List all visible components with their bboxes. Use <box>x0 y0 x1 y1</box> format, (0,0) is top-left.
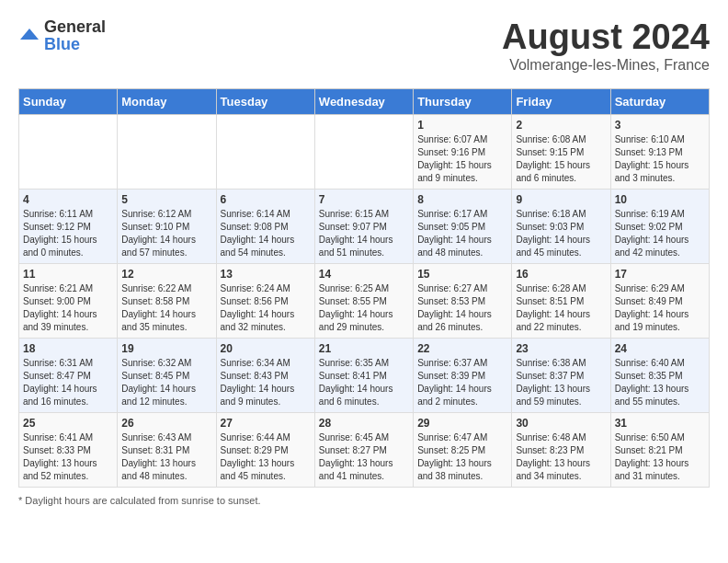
day-info: Sunrise: 6:32 AM <box>121 357 211 370</box>
day-info: Daylight: 14 hours and 32 minutes. <box>221 308 311 334</box>
day-info: Sunrise: 6:27 AM <box>417 282 507 295</box>
day-info: Sunrise: 6:43 AM <box>121 431 211 444</box>
col-monday: Monday <box>118 88 216 114</box>
day-info: Daylight: 14 hours and 42 minutes. <box>615 234 705 259</box>
col-tuesday: Tuesday <box>216 88 314 114</box>
day-info: Daylight: 14 hours and 26 minutes. <box>417 308 507 334</box>
calendar-cell: 25Sunrise: 6:41 AMSunset: 8:33 PMDayligh… <box>19 412 118 487</box>
calendar-cell: 13Sunrise: 6:24 AMSunset: 8:56 PMDayligh… <box>216 263 314 338</box>
day-number: 27 <box>221 417 311 430</box>
day-number: 31 <box>615 417 705 430</box>
day-info: Sunset: 8:58 PM <box>121 295 211 308</box>
month-year-title: August 2024 <box>502 18 710 57</box>
calendar-cell <box>118 114 216 189</box>
day-info: Sunrise: 6:44 AM <box>221 431 311 444</box>
calendar-cell: 10Sunrise: 6:19 AMSunset: 9:02 PMDayligh… <box>610 189 709 263</box>
day-info: Sunrise: 6:21 AM <box>23 282 113 295</box>
day-info: Sunset: 8:47 PM <box>23 370 113 383</box>
calendar-cell: 29Sunrise: 6:47 AMSunset: 8:25 PMDayligh… <box>414 412 512 487</box>
day-info: Sunrise: 6:40 AM <box>615 357 705 370</box>
day-number: 2 <box>516 119 606 132</box>
calendar-cell: 27Sunrise: 6:44 AMSunset: 8:29 PMDayligh… <box>216 412 314 487</box>
day-info: Sunset: 9:08 PM <box>221 221 311 234</box>
day-number: 14 <box>319 268 409 281</box>
day-info: Daylight: 14 hours and 6 minutes. <box>319 383 409 408</box>
day-info: Daylight: 13 hours and 52 minutes. <box>23 457 113 483</box>
col-sunday: Sunday <box>19 88 118 114</box>
header: General Blue August 2024 Volmerange-les-… <box>18 18 710 74</box>
day-info: Daylight: 15 hours and 3 minutes. <box>615 159 705 185</box>
day-info: Sunset: 8:37 PM <box>516 370 606 383</box>
calendar-cell: 24Sunrise: 6:40 AMSunset: 8:35 PMDayligh… <box>610 338 709 412</box>
day-info: Sunset: 8:31 PM <box>121 444 211 457</box>
day-number: 22 <box>417 342 507 355</box>
day-number: 12 <box>121 268 211 281</box>
day-number: 11 <box>23 268 113 281</box>
calendar-table: Sunday Monday Tuesday Wednesday Thursday… <box>18 88 710 488</box>
calendar-cell: 2Sunrise: 6:08 AMSunset: 9:15 PMDaylight… <box>512 114 610 189</box>
day-info: Sunrise: 6:50 AM <box>615 431 705 444</box>
day-info: Daylight: 15 hours and 6 minutes. <box>516 159 606 185</box>
day-info: Daylight: 14 hours and 54 minutes. <box>221 234 311 259</box>
day-info: Sunset: 9:13 PM <box>615 146 705 159</box>
day-info: Sunset: 8:43 PM <box>221 370 311 383</box>
day-info: Sunrise: 6:38 AM <box>516 357 606 370</box>
logo-general: General <box>44 17 106 36</box>
day-info: Sunset: 8:29 PM <box>221 444 311 457</box>
day-info: Sunrise: 6:11 AM <box>23 208 113 221</box>
day-info: Sunrise: 6:08 AM <box>516 133 606 146</box>
day-info: Daylight: 14 hours and 45 minutes. <box>516 234 606 259</box>
logo-icon <box>18 25 40 47</box>
calendar-week-2: 4Sunrise: 6:11 AMSunset: 9:12 PMDaylight… <box>19 189 710 263</box>
calendar-cell: 9Sunrise: 6:18 AMSunset: 9:03 PMDaylight… <box>512 189 610 263</box>
day-info: Daylight: 13 hours and 38 minutes. <box>417 457 507 483</box>
calendar-cell: 15Sunrise: 6:27 AMSunset: 8:53 PMDayligh… <box>414 263 512 338</box>
day-number: 3 <box>615 119 705 132</box>
day-info: Sunset: 8:21 PM <box>615 444 705 457</box>
calendar-cell: 17Sunrise: 6:29 AMSunset: 8:49 PMDayligh… <box>610 263 709 338</box>
day-info: Sunset: 8:53 PM <box>417 295 507 308</box>
day-number: 21 <box>319 342 409 355</box>
day-info: Sunrise: 6:07 AM <box>417 133 507 146</box>
day-info: Sunrise: 6:31 AM <box>23 357 113 370</box>
day-number: 30 <box>516 417 606 430</box>
day-info: Daylight: 13 hours and 48 minutes. <box>121 457 211 483</box>
calendar-cell: 26Sunrise: 6:43 AMSunset: 8:31 PMDayligh… <box>118 412 216 487</box>
day-info: Daylight: 14 hours and 51 minutes. <box>319 234 409 259</box>
day-info: Sunset: 8:33 PM <box>23 444 113 457</box>
day-info: Sunrise: 6:41 AM <box>23 431 113 444</box>
day-info: Sunrise: 6:12 AM <box>121 208 211 221</box>
header-row: Sunday Monday Tuesday Wednesday Thursday… <box>19 88 710 114</box>
logo-blue: Blue <box>44 35 80 53</box>
calendar-cell <box>216 114 314 189</box>
col-saturday: Saturday <box>610 88 709 114</box>
day-number: 25 <box>23 417 113 430</box>
day-info: Sunrise: 6:15 AM <box>319 208 409 221</box>
day-info: Sunset: 9:15 PM <box>516 146 606 159</box>
day-info: Sunrise: 6:47 AM <box>417 431 507 444</box>
calendar-cell: 23Sunrise: 6:38 AMSunset: 8:37 PMDayligh… <box>512 338 610 412</box>
day-info: Daylight: 14 hours and 57 minutes. <box>121 234 211 259</box>
day-number: 24 <box>615 342 705 355</box>
day-info: Sunset: 9:05 PM <box>417 221 507 234</box>
calendar-cell: 14Sunrise: 6:25 AMSunset: 8:55 PMDayligh… <box>314 263 413 338</box>
day-info: Sunrise: 6:37 AM <box>417 357 507 370</box>
day-info: Sunset: 8:35 PM <box>615 370 705 383</box>
calendar-cell: 12Sunrise: 6:22 AMSunset: 8:58 PMDayligh… <box>118 263 216 338</box>
day-number: 20 <box>221 342 311 355</box>
day-info: Sunrise: 6:48 AM <box>516 431 606 444</box>
day-info: Daylight: 14 hours and 12 minutes. <box>121 383 211 408</box>
day-info: Sunset: 8:49 PM <box>615 295 705 308</box>
day-info: Daylight: 15 hours and 9 minutes. <box>417 159 507 185</box>
calendar-cell: 6Sunrise: 6:14 AMSunset: 9:08 PMDaylight… <box>216 189 314 263</box>
calendar-week-3: 11Sunrise: 6:21 AMSunset: 9:00 PMDayligh… <box>19 263 710 338</box>
day-info: Sunset: 8:45 PM <box>121 370 211 383</box>
day-number: 26 <box>121 417 211 430</box>
day-number: 10 <box>615 193 705 206</box>
title-area: August 2024 Volmerange-les-Mines, France <box>502 18 710 74</box>
day-info: Sunrise: 6:22 AM <box>121 282 211 295</box>
day-info: Daylight: 15 hours and 0 minutes. <box>23 234 113 259</box>
day-number: 17 <box>615 268 705 281</box>
day-info: Sunrise: 6:19 AM <box>615 208 705 221</box>
day-info: Sunset: 8:55 PM <box>319 295 409 308</box>
